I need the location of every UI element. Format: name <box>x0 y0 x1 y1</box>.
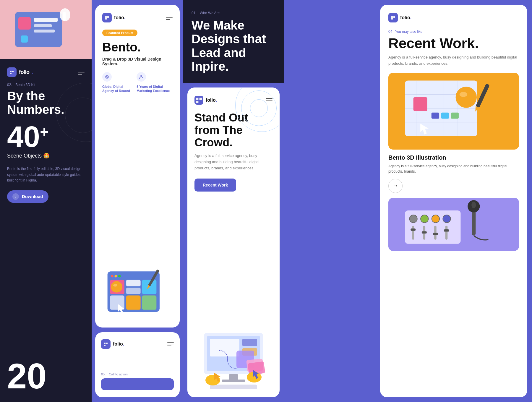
bento-illustration-card <box>388 73 519 150</box>
card-stand-out: folio. Stand Out from The Crowd. Agency … <box>187 87 280 397</box>
svg-rect-50 <box>432 113 439 119</box>
hamburger-col2[interactable] <box>166 16 173 20</box>
feature-1: Global Digital Agency of Record <box>102 72 132 93</box>
bento-illustration <box>102 99 173 319</box>
arrow-right-icon: → <box>393 183 398 189</box>
arrow-circle-button[interactable]: → <box>388 179 403 193</box>
recent-work-heading: Recent Work. <box>388 36 519 51</box>
folio-icon-cta <box>101 339 111 349</box>
folio-logo: folio. <box>7 67 33 77</box>
bento-illus-title: Bento 3D Illustration <box>388 154 519 161</box>
recent-work-button[interactable]: Recent Work <box>194 179 236 192</box>
standout-illustration <box>194 199 273 389</box>
svg-point-73 <box>471 202 476 208</box>
card-pink-top <box>0 0 92 59</box>
svg-rect-4 <box>18 17 31 30</box>
body-text-col1: Bento is the first fully editable, 3D vi… <box>7 166 85 183</box>
folio-logo-col5: folio. <box>388 13 411 22</box>
download-icon: ↓ <box>12 193 19 200</box>
svg-rect-63 <box>412 226 414 240</box>
card-cta: folio. 05. Call to action <box>95 332 180 397</box>
bento-subtitle: Drag & Drop 3D Visual Design System. <box>102 57 173 66</box>
svg-point-54 <box>460 92 467 97</box>
svg-rect-31 <box>229 374 238 380</box>
svg-rect-52 <box>451 113 459 119</box>
who-we-are-label: 01. Who We Are <box>192 11 275 15</box>
svg-rect-68 <box>422 231 427 234</box>
card-bento-featured: folio. Featured Product Bento. Drag & Dr… <box>95 5 180 328</box>
recent-work-desc: Agency is a full-service agency, busy de… <box>388 54 519 67</box>
hamburger-cta[interactable] <box>167 342 174 346</box>
cta-bar <box>101 378 174 390</box>
folio-logo-cta: folio. <box>101 339 124 349</box>
svg-point-11 <box>111 275 113 278</box>
cta-content: 05. Call to action <box>101 372 174 390</box>
svg-rect-51 <box>441 113 449 119</box>
svg-rect-66 <box>445 226 448 240</box>
svg-rect-32 <box>222 380 245 382</box>
svg-point-59 <box>409 215 417 223</box>
stand-out-heading: Stand Out from The Crowd. <box>194 112 273 149</box>
svg-rect-16 <box>126 288 140 294</box>
svg-point-61 <box>432 215 439 223</box>
folio-text-cta: folio. <box>113 341 124 347</box>
feature-icon-2 <box>137 72 146 82</box>
svg-rect-70 <box>444 229 449 232</box>
cta-label: 05. Call to action <box>101 372 174 376</box>
card-navy: 01. Who We Are We Make Designs that Lead… <box>183 0 284 83</box>
big-number-2: 20 <box>7 358 85 394</box>
hamburger-menu-dark[interactable] <box>78 70 85 74</box>
svg-rect-67 <box>411 228 416 231</box>
column-3: 01. Who We Are We Make Designs that Lead… <box>183 0 284 402</box>
folio-text-col5: folio. <box>400 15 411 20</box>
svg-rect-69 <box>433 233 438 235</box>
features-row: Global Digital Agency of Record 5 Years … <box>102 72 173 93</box>
svg-rect-15 <box>126 280 140 286</box>
svg-rect-28 <box>210 339 239 356</box>
folio-header-col5: folio. <box>388 13 519 22</box>
featured-badge: Featured Product <box>102 30 137 36</box>
column-1: folio. 02. Bento 3D Kit By the Numbers. … <box>0 0 92 402</box>
hero-heading: We Make Designs that Lead and Inpire. <box>192 19 275 73</box>
svg-rect-20 <box>142 295 156 309</box>
svg-rect-33 <box>210 385 257 389</box>
bento-illus-desc: Agency is a full-service agency, busy de… <box>388 163 519 174</box>
svg-point-9 <box>140 75 142 77</box>
feature-label-2: 5 Years of Digital Marketing Excellence <box>137 85 173 93</box>
card-recent-work: folio. 04 You may also like Recent Work.… <box>380 5 527 397</box>
svg-rect-2 <box>34 24 52 27</box>
folio-header-cta: folio. <box>101 339 174 349</box>
svg-point-13 <box>118 275 121 278</box>
svg-rect-49 <box>413 97 427 111</box>
folio-icon-col5 <box>388 13 398 22</box>
svg-rect-1 <box>34 18 58 22</box>
section-label-col1: 02. Bento 3D Kit <box>7 83 85 87</box>
svg-point-12 <box>114 275 117 278</box>
big-heading-col1: By the Numbers. <box>7 89 85 116</box>
folio-icon-col3 <box>194 96 203 105</box>
svg-rect-6 <box>63 12 66 21</box>
column-5: folio. 04 You may also like Recent Work.… <box>375 0 532 402</box>
svg-point-62 <box>443 215 450 223</box>
feature-2: 5 Years of Digital Marketing Excellence <box>137 72 173 93</box>
stat-label: Scene Objects 🤩 <box>7 153 85 159</box>
hamburger-col3[interactable] <box>266 98 273 102</box>
folio-logo-row: folio. <box>7 67 85 77</box>
download-button[interactable]: ↓ Download <box>7 190 48 203</box>
folio-header-col3: folio. <box>194 96 273 105</box>
card-dark-main: folio. 02. Bento 3D Kit By the Numbers. … <box>0 59 92 402</box>
you-may-label: 04 You may also like <box>388 30 519 34</box>
svg-rect-29 <box>242 339 257 346</box>
svg-point-21 <box>111 281 122 293</box>
folio-logo-col2: folio. <box>102 13 125 22</box>
purple-card <box>388 198 519 251</box>
download-label: Download <box>22 194 43 199</box>
folio-text-dark-card: folio <box>19 69 30 75</box>
folio-text-col3: folio. <box>206 98 217 103</box>
svg-rect-7 <box>21 35 28 43</box>
feature-icon-1 <box>102 72 112 82</box>
svg-rect-19 <box>126 295 140 309</box>
folio-icon <box>7 67 17 77</box>
folio-header-col2: folio. <box>102 13 173 22</box>
body-text-col3: Agency is a full-service agency, busy de… <box>194 153 273 171</box>
